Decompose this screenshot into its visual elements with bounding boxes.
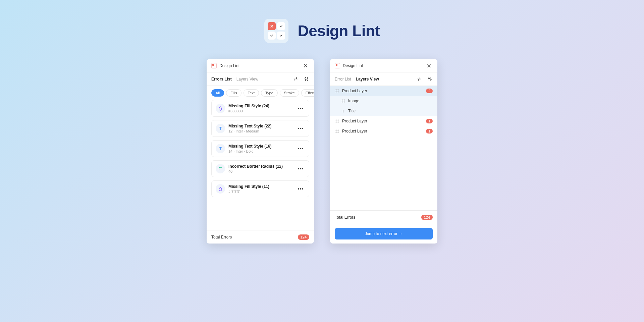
layer-row[interactable]: Product Layer 1 [330, 126, 437, 136]
error-subtitle: 14 · Inter · Bold [228, 149, 296, 153]
hero: Design Lint [0, 0, 644, 43]
more-icon[interactable]: ••• [296, 165, 305, 173]
filter-type[interactable]: Type [261, 89, 278, 97]
error-subtitle: #f7f7f7 [228, 190, 296, 194]
error-body: Incorrect Border Radius (12) 40 [228, 164, 296, 173]
panel-header: Design Lint [330, 59, 437, 72]
error-body: Missing Text Style (16) 14 · Inter · Bol… [228, 144, 296, 153]
text-layer-icon [341, 109, 345, 113]
more-icon[interactable]: ••• [296, 104, 305, 112]
tabs-row: Errors List Layers View [207, 72, 314, 86]
error-title: Missing Fill Style (11) [228, 184, 296, 189]
layer-row[interactable]: Product Layer 2 [330, 86, 437, 96]
svg-point-0 [305, 78, 306, 79]
layer-label: Product Layer [342, 129, 367, 133]
tab-layers-view[interactable]: Layers View [356, 77, 379, 82]
frame-icon [341, 99, 345, 103]
check-icon [277, 22, 285, 30]
error-card[interactable]: Missing Fill Style (24) #333333 ••• [211, 100, 309, 117]
refresh-icon[interactable] [292, 76, 299, 82]
more-icon[interactable]: ••• [296, 185, 305, 193]
error-card[interactable]: Incorrect Border Radius (12) 40 ••• [211, 160, 309, 177]
error-title: Missing Text Style (22) [228, 124, 296, 128]
tab-error-list[interactable]: Error List [335, 77, 351, 82]
tabs-row: Error List Layers View [330, 72, 437, 86]
error-subtitle: 40 [228, 169, 296, 173]
layer-error-badge: 1 [426, 119, 433, 123]
svg-point-3 [430, 79, 431, 80]
close-icon[interactable] [425, 62, 433, 69]
svg-point-2 [428, 78, 429, 79]
layer-label: Image [348, 99, 359, 103]
jump-area: Jump to next error → [330, 224, 437, 244]
fill-icon [216, 184, 225, 194]
layer-label: Product Layer [342, 119, 367, 123]
total-errors-badge: 124 [298, 234, 309, 240]
plugin-icon [211, 63, 217, 68]
error-subtitle: #333333 [228, 109, 296, 113]
svg-point-1 [307, 79, 308, 80]
fill-icon [216, 104, 225, 113]
panel-header: Design Lint [207, 59, 314, 72]
error-title: Incorrect Border Radius (12) [228, 164, 296, 169]
filter-effects[interactable]: Effects [301, 89, 314, 97]
error-card[interactable]: Missing Text Style (22) 12 · Inter · Med… [211, 120, 309, 137]
plugin-icon [335, 63, 340, 68]
layer-error-badge: 2 [426, 89, 433, 93]
layer-row[interactable]: Product Layer 1 [330, 116, 437, 126]
frame-icon [335, 89, 339, 93]
filters-row: All Fills Text Type Stroke Effects Sub P… [207, 86, 314, 100]
app-icon [264, 19, 288, 43]
radius-icon [216, 164, 225, 173]
panel-title: Design Lint [343, 63, 425, 68]
layer-error-badge: 1 [426, 129, 433, 133]
layer-row[interactable]: Image [330, 96, 437, 106]
settings-icon[interactable] [427, 76, 433, 82]
error-card[interactable]: Missing Text Style (16) 14 · Inter · Bol… [211, 140, 309, 157]
layer-label: Title [348, 109, 356, 113]
errors-list: Missing Fill Style (24) #333333 ••• Miss… [207, 100, 314, 230]
panels-container: Design Lint Errors List Layers View All … [0, 59, 644, 244]
panel-errors: Design Lint Errors List Layers View All … [207, 59, 314, 244]
text-icon [216, 124, 225, 133]
more-icon[interactable]: ••• [296, 145, 305, 153]
footer-row: Total Errors 124 [330, 210, 437, 224]
error-body: Missing Fill Style (24) #333333 [228, 104, 296, 113]
tab-errors-list[interactable]: Errors List [211, 77, 232, 82]
close-icon[interactable] [302, 62, 309, 69]
error-title: Missing Fill Style (24) [228, 104, 296, 108]
layer-row[interactable]: Title [330, 106, 437, 116]
more-icon[interactable]: ••• [296, 124, 305, 132]
jump-next-error-button[interactable]: Jump to next error → [335, 228, 433, 239]
frame-icon [335, 129, 339, 133]
x-icon [268, 22, 276, 30]
text-icon [216, 144, 225, 153]
error-card[interactable]: Missing Fill Style (11) #f7f7f7 ••• [211, 180, 309, 197]
footer-row: Total Errors 124 [207, 230, 314, 244]
settings-icon[interactable] [303, 76, 309, 82]
tab-layers-view[interactable]: Layers View [236, 77, 258, 82]
panel-title: Design Lint [219, 63, 302, 68]
footer-label: Total Errors [211, 235, 232, 239]
error-title: Missing Text Style (16) [228, 144, 296, 149]
filter-fills[interactable]: Fills [226, 89, 241, 97]
error-subtitle: 12 · Inter · Medium [228, 129, 296, 133]
filter-stroke[interactable]: Stroke [280, 89, 299, 97]
error-body: Missing Fill Style (11) #f7f7f7 [228, 184, 296, 194]
check-icon [268, 32, 276, 40]
filter-all[interactable]: All [211, 89, 224, 97]
layer-label: Product Layer [342, 89, 367, 93]
total-errors-badge: 124 [421, 215, 433, 220]
hero-title: Design Lint [298, 22, 380, 40]
check-icon [277, 32, 285, 40]
footer-label: Total Errors [335, 215, 355, 220]
layers-list: Product Layer 2 Image Title Pr [330, 86, 437, 210]
refresh-icon[interactable] [416, 76, 422, 82]
error-body: Missing Text Style (22) 12 · Inter · Med… [228, 124, 296, 133]
panel-layers: Design Lint Error List Layers View Produ… [330, 59, 437, 244]
filter-text[interactable]: Text [244, 89, 259, 97]
frame-icon [335, 119, 339, 123]
